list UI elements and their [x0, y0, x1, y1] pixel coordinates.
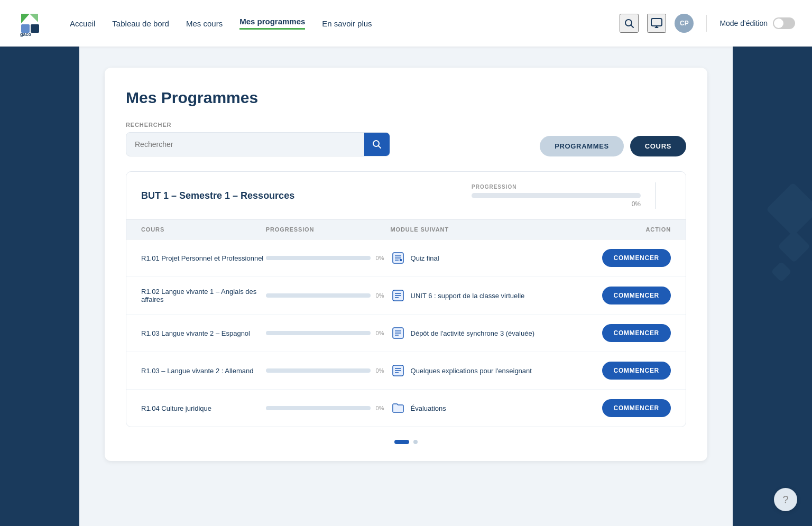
row-progress-pct: 0% [376, 292, 391, 299]
course-name: R1.01 Projet Personnel et Professionnel [141, 254, 266, 262]
module-name: Dépôt de l'activité synchrone 3 (évaluée… [411, 329, 534, 337]
courses-table: COURS PROGRESSION MODULE SUIVANT ACTION … [126, 220, 686, 427]
mode-edition: Mode d'édition [719, 17, 795, 29]
page-dot-inactive[interactable] [413, 440, 418, 444]
tab-cours-button[interactable]: COURS [630, 136, 686, 156]
header-divider [706, 15, 707, 32]
search-left: RECHERCHER [126, 122, 390, 156]
header: gaco Accueil Tableau de bord Mes cours M… [0, 0, 812, 47]
header-right: CP Mode d'édition [620, 14, 795, 33]
document-icon [391, 326, 405, 340]
progression-label: PROGRESSION [472, 184, 641, 190]
programme-title: BUT 1 – Semestre 1 – Ressources [141, 190, 472, 201]
commencer-button[interactable]: COMMENCER [602, 362, 671, 380]
row-progress: 0% [266, 367, 391, 374]
commencer-button[interactable]: COMMENCER [602, 249, 671, 267]
svg-rect-8 [651, 19, 662, 26]
search-button[interactable] [620, 14, 639, 33]
programme-progress-bar [472, 193, 641, 198]
help-button[interactable]: ? [774, 488, 797, 511]
svg-line-10 [379, 146, 381, 149]
nav-tableau-de-bord[interactable]: Tableau de bord [112, 19, 169, 28]
user-avatar[interactable]: CP [675, 14, 694, 33]
module-suivant: UNIT 6 : support de la classe virtuelle [391, 288, 578, 303]
nav-mes-cours[interactable]: Mes cours [186, 19, 223, 28]
row-progress-bar [266, 256, 371, 260]
page-title: Mes Programmes [126, 89, 686, 107]
right-decorations [774, 190, 812, 285]
filter-tabs: PROGRAMMES COURS [540, 136, 686, 156]
action-col: COMMENCER [577, 399, 671, 417]
nav-accueil[interactable]: Accueil [70, 19, 95, 28]
module-name: Évaluations [411, 404, 446, 412]
table-row: R1.03 – Langue vivante 2 : Allemand 0% [126, 352, 686, 390]
nav-mes-programmes[interactable]: Mes programmes [239, 17, 305, 30]
search-submit-button[interactable] [364, 133, 390, 156]
mode-edition-label: Mode d'édition [719, 19, 768, 27]
course-name: R1.03 – Langue vivante 2 : Allemand [141, 367, 266, 375]
action-col: COMMENCER [577, 362, 671, 380]
th-cours: COURS [141, 226, 266, 233]
quiz-icon [391, 251, 405, 265]
th-progression: PROGRESSION [266, 226, 391, 233]
chat-button[interactable] [647, 14, 666, 33]
module-name: Quelques explications pour l'enseignant [411, 367, 532, 375]
mode-edition-toggle[interactable] [773, 17, 795, 29]
deco-diamond-tiny [771, 261, 792, 282]
svg-rect-4 [31, 24, 39, 33]
row-progress-pct: 0% [376, 367, 391, 374]
course-name: R1.04 Culture juridique [141, 404, 266, 412]
commencer-button[interactable]: COMMENCER [602, 399, 671, 417]
folder-icon [391, 401, 405, 416]
row-progress-pct: 0% [376, 330, 391, 336]
svg-rect-15 [400, 259, 402, 261]
module-name: Quiz final [411, 254, 439, 262]
document-icon [391, 288, 405, 303]
document-icon [391, 363, 405, 378]
row-progress: 0% [266, 330, 391, 336]
search-input[interactable] [126, 135, 364, 154]
module-suivant: Évaluations [391, 401, 578, 416]
module-suivant: Dépôt de l'activité synchrone 3 (évaluée… [391, 326, 578, 340]
nav-en-savoir-plus[interactable]: En savoir plus [322, 19, 372, 28]
svg-text:gaco: gaco [20, 32, 32, 37]
tab-programmes-button[interactable]: PROGRAMMES [540, 136, 624, 156]
commencer-button[interactable]: COMMENCER [602, 324, 671, 342]
action-col: COMMENCER [577, 287, 671, 304]
search-input-wrap [126, 132, 390, 156]
deco-diamond-small [778, 230, 810, 263]
row-progress: 0% [266, 255, 391, 261]
th-module-suivant: MODULE SUIVANT [391, 226, 578, 233]
th-action: ACTION [577, 226, 671, 233]
table-row: R1.01 Projet Personnel et Professionnel … [126, 239, 686, 277]
row-progress-pct: 0% [376, 255, 391, 261]
side-left [0, 47, 79, 526]
row-progress: 0% [266, 405, 391, 411]
module-suivant: Quelques explications pour l'enseignant [391, 363, 578, 378]
row-progress-pct: 0% [376, 405, 391, 411]
action-col: COMMENCER [577, 249, 671, 267]
logo[interactable]: gaco [17, 10, 44, 37]
row-progress-bar [266, 406, 371, 410]
course-name: R1.03 Langue vivante 2 – Espagnol [141, 329, 266, 337]
table-row: R1.03 Langue vivante 2 – Espagnol 0% [126, 315, 686, 352]
programme-progress-percent: 0% [472, 200, 641, 208]
search-label: RECHERCHER [126, 122, 390, 128]
svg-line-7 [631, 25, 634, 28]
prog-divider [656, 182, 656, 209]
commencer-button[interactable]: COMMENCER [602, 287, 671, 304]
page-dot-active[interactable] [394, 440, 409, 444]
side-right [733, 47, 812, 526]
programme-header: BUT 1 – Semestre 1 – Ressources PROGRESS… [126, 172, 686, 220]
action-col: COMMENCER [577, 324, 671, 342]
progression-area: PROGRESSION 0% [472, 184, 641, 208]
table-header: COURS PROGRESSION MODULE SUIVANT ACTION [126, 220, 686, 239]
course-name: R1.02 Langue vivante 1 – Anglais des aff… [141, 288, 266, 303]
deco-diamond-large [766, 182, 812, 236]
module-suivant: Quiz final [391, 251, 578, 265]
programme-block: BUT 1 – Semestre 1 – Ressources PROGRESS… [126, 171, 686, 427]
row-progress-bar [266, 331, 371, 335]
content-card: Mes Programmes RECHERCHER [105, 68, 707, 461]
main-content: Mes Programmes RECHERCHER [79, 47, 733, 526]
body-wrapper: Mes Programmes RECHERCHER [0, 47, 812, 526]
